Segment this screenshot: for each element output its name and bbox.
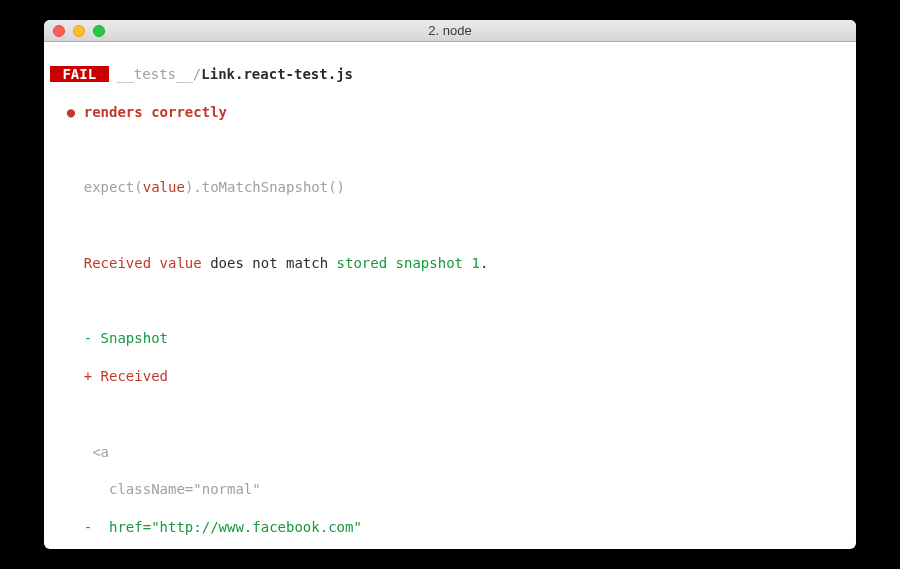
traffic-lights xyxy=(44,25,105,37)
titlebar: 2. node xyxy=(44,20,856,42)
diff-context: className="normal" xyxy=(50,480,850,499)
diff-legend-snapshot: - Snapshot xyxy=(50,329,850,348)
close-icon[interactable] xyxy=(53,25,65,37)
bullet-icon: ● xyxy=(50,104,84,120)
blank-line xyxy=(50,292,850,311)
message-line: Received value does not match stored sna… xyxy=(50,254,850,273)
code-text: ).toMatchSnapshot() xyxy=(185,179,345,195)
test-name-line: ● renders correctly xyxy=(50,103,850,122)
terminal-window: 2. node FAIL __tests__/Link.react-test.j… xyxy=(44,20,856,549)
test-name: renders correctly xyxy=(84,104,227,120)
diff-legend-received: + Received xyxy=(50,367,850,386)
msg-received: Received value xyxy=(50,255,202,271)
window-title: 2. node xyxy=(44,23,856,38)
fail-badge: FAIL xyxy=(50,66,109,82)
test-dir: __tests__/ xyxy=(109,66,202,82)
msg-text: . xyxy=(480,255,488,271)
terminal-output[interactable]: FAIL __tests__/Link.react-test.js ● rend… xyxy=(44,42,856,549)
maximize-icon[interactable] xyxy=(93,25,105,37)
diff-context: <a xyxy=(50,443,850,462)
result-line: FAIL __tests__/Link.react-test.js xyxy=(50,65,850,84)
blank-line xyxy=(50,405,850,424)
code-text: expect( xyxy=(50,179,143,195)
code-value: value xyxy=(143,179,185,195)
msg-text: does not match xyxy=(202,255,337,271)
test-file: Link.react-test.js xyxy=(201,66,353,82)
msg-stored: stored snapshot 1 xyxy=(337,255,480,271)
blank-line xyxy=(50,140,850,159)
diff-removed: - href="http://www.facebook.com" xyxy=(50,518,850,537)
expect-line: expect(value).toMatchSnapshot() xyxy=(50,178,850,197)
blank-line xyxy=(50,216,850,235)
minimize-icon[interactable] xyxy=(73,25,85,37)
